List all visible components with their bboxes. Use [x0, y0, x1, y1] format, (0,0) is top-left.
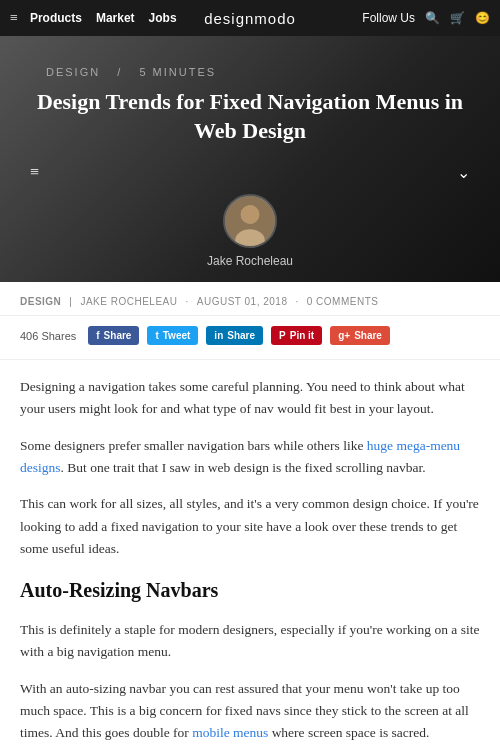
pi-icon: P	[279, 330, 286, 341]
user-icon[interactable]: 😊	[475, 11, 490, 25]
fb-icon: f	[96, 330, 99, 341]
author-name: Jake Rocheleau	[207, 254, 293, 268]
author-section: Jake Rocheleau	[207, 194, 293, 282]
meta-dot1: ·	[185, 296, 188, 307]
gp-icon: g+	[338, 330, 350, 341]
brand-logo[interactable]: designmodo	[204, 10, 296, 27]
cart-icon[interactable]: 🛒	[450, 11, 465, 25]
fb-label: Share	[104, 330, 132, 341]
meta-separator: |	[69, 296, 72, 307]
pinterest-share-button[interactable]: P Pin it	[271, 326, 322, 345]
meta-comments: 0 COMMENTS	[307, 296, 379, 307]
meta-author: JAKE ROCHELEAU	[80, 296, 177, 307]
nav-right: Follow Us 🔍 🛒 😊	[362, 11, 490, 25]
nav-link-products[interactable]: Products	[30, 11, 82, 25]
article-para-3: This can work for all sizes, all styles,…	[20, 493, 480, 560]
googleplus-share-button[interactable]: g+ Share	[330, 326, 390, 345]
twitter-share-button[interactable]: t Tweet	[147, 326, 198, 345]
article-para-1: Designing a navigation takes some carefu…	[20, 376, 480, 421]
facebook-share-button[interactable]: f Share	[88, 326, 139, 345]
li-label: Share	[227, 330, 255, 341]
svg-point-3	[241, 205, 260, 224]
tw-label: Tweet	[163, 330, 191, 341]
section1-para-1: This is definitely a staple for modern d…	[20, 619, 480, 664]
avatar	[223, 194, 277, 248]
li-icon: in	[214, 330, 223, 341]
chevron-down-icon[interactable]: ⌄	[457, 163, 470, 182]
top-navigation: ≡ Products Market Jobs designmodo Follow…	[0, 0, 500, 36]
section1-heading: Auto-Resizing Navbars	[20, 574, 480, 607]
nav-link-jobs[interactable]: Jobs	[149, 11, 177, 25]
hamburger-icon[interactable]: ≡	[10, 10, 18, 26]
section1-para-2: With an auto-sizing navbar you can rest …	[20, 678, 480, 745]
mega-menu-link[interactable]: huge mega-menu designs	[20, 438, 460, 475]
nav-links: Products Market Jobs	[30, 11, 177, 25]
mobile-menus-link[interactable]: mobile menus	[192, 725, 268, 740]
gp-label: Share	[354, 330, 382, 341]
linkedin-share-button[interactable]: in Share	[206, 326, 263, 345]
nav-link-market[interactable]: Market	[96, 11, 135, 25]
meta-category: DESIGN	[20, 296, 61, 307]
meta-dot2: ·	[295, 296, 298, 307]
share-count: 406 Shares	[20, 330, 76, 342]
article-para-2: Some designers prefer smaller navigation…	[20, 435, 480, 480]
menu-icon[interactable]: ≡	[30, 163, 39, 182]
hero-title: Design Trends for Fixed Navigation Menus…	[20, 88, 480, 145]
search-icon[interactable]: 🔍	[425, 11, 440, 25]
article-body: Designing a navigation takes some carefu…	[0, 360, 500, 750]
hero-section: DESIGN / 5 MINUTES Design Trends for Fix…	[0, 36, 500, 282]
tw-icon: t	[155, 330, 158, 341]
hero-controls: ≡ ⌄	[20, 163, 480, 182]
hero-category: DESIGN / 5 MINUTES	[40, 66, 222, 78]
pi-label: Pin it	[290, 330, 314, 341]
share-bar: 406 Shares f Share t Tweet in Share P Pi…	[0, 316, 500, 360]
meta-date: AUGUST 01, 2018	[197, 296, 288, 307]
follow-us-label: Follow Us	[362, 11, 415, 25]
article-meta: DESIGN | JAKE ROCHELEAU · AUGUST 01, 201…	[0, 282, 500, 316]
